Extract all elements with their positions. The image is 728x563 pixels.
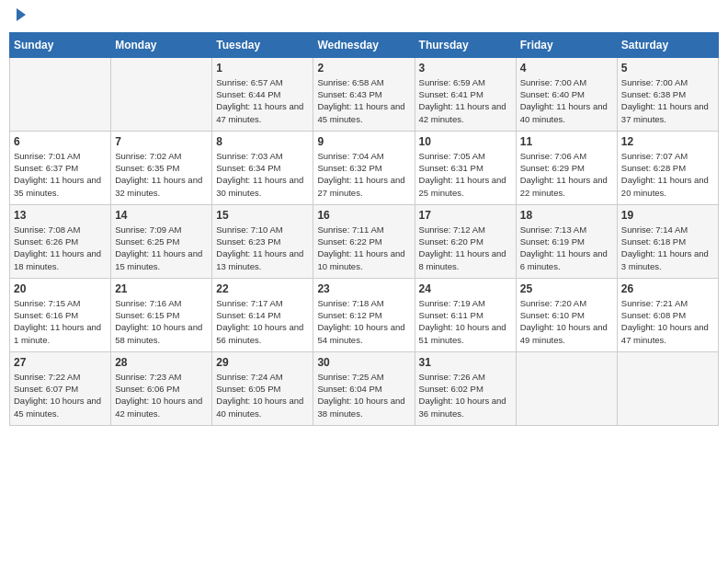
calendar-cell: 1Sunrise: 6:57 AMSunset: 6:44 PMDaylight… (212, 57, 313, 131)
day-number: 5 (621, 62, 714, 75)
day-number: 2 (317, 62, 410, 75)
calendar-week-row: 27Sunrise: 7:22 AMSunset: 6:07 PMDayligh… (10, 351, 719, 425)
day-info: Sunrise: 7:01 AMSunset: 6:37 PMDaylight:… (14, 150, 107, 199)
day-number: 3 (419, 62, 512, 75)
day-number: 18 (520, 209, 613, 222)
weekday-header: Monday (111, 32, 212, 57)
calendar-week-row: 6Sunrise: 7:01 AMSunset: 6:37 PMDaylight… (10, 131, 719, 204)
calendar-cell (516, 351, 617, 425)
calendar-cell: 6Sunrise: 7:01 AMSunset: 6:37 PMDaylight… (10, 131, 111, 204)
day-number: 31 (419, 356, 512, 369)
weekday-header: Friday (516, 32, 617, 57)
weekday-header: Thursday (415, 32, 516, 57)
calendar-cell: 14Sunrise: 7:09 AMSunset: 6:25 PMDayligh… (111, 204, 212, 278)
day-info: Sunrise: 7:26 AMSunset: 6:02 PMDaylight:… (419, 371, 512, 419)
day-info: Sunrise: 7:00 AMSunset: 6:40 PMDaylight:… (520, 76, 613, 125)
day-info: Sunrise: 6:59 AMSunset: 6:41 PMDaylight:… (419, 76, 512, 125)
day-info: Sunrise: 7:02 AMSunset: 6:35 PMDaylight:… (115, 150, 208, 199)
day-info: Sunrise: 7:24 AMSunset: 6:05 PMDaylight:… (216, 371, 309, 419)
day-number: 9 (317, 135, 410, 148)
calendar-cell: 11Sunrise: 7:06 AMSunset: 6:29 PMDayligh… (516, 131, 617, 204)
calendar-cell: 25Sunrise: 7:20 AMSunset: 6:10 PMDayligh… (516, 278, 617, 351)
day-info: Sunrise: 7:00 AMSunset: 6:38 PMDaylight:… (621, 76, 714, 125)
day-number: 20 (14, 282, 107, 295)
weekday-header-row: SundayMondayTuesdayWednesdayThursdayFrid… (10, 32, 719, 57)
calendar-week-row: 13Sunrise: 7:08 AMSunset: 6:26 PMDayligh… (10, 204, 719, 278)
calendar-cell: 10Sunrise: 7:05 AMSunset: 6:31 PMDayligh… (415, 131, 516, 204)
day-info: Sunrise: 7:03 AMSunset: 6:34 PMDaylight:… (216, 150, 309, 199)
calendar-cell: 29Sunrise: 7:24 AMSunset: 6:05 PMDayligh… (212, 351, 313, 425)
day-number: 21 (115, 282, 208, 295)
day-info: Sunrise: 7:21 AMSunset: 6:08 PMDaylight:… (621, 297, 714, 346)
logo-arrow-icon (17, 8, 26, 21)
weekday-header: Saturday (617, 32, 718, 57)
calendar-cell: 4Sunrise: 7:00 AMSunset: 6:40 PMDaylight… (516, 57, 617, 131)
calendar-cell: 21Sunrise: 7:16 AMSunset: 6:15 PMDayligh… (111, 278, 212, 351)
day-info: Sunrise: 7:12 AMSunset: 6:20 PMDaylight:… (419, 224, 512, 272)
day-number: 19 (621, 209, 714, 222)
day-number: 28 (115, 356, 208, 369)
weekday-header: Tuesday (212, 32, 313, 57)
day-info: Sunrise: 7:23 AMSunset: 6:06 PMDaylight:… (115, 371, 208, 419)
day-info: Sunrise: 7:20 AMSunset: 6:10 PMDaylight:… (520, 297, 613, 346)
calendar-cell: 18Sunrise: 7:13 AMSunset: 6:19 PMDayligh… (516, 204, 617, 278)
calendar-cell: 30Sunrise: 7:25 AMSunset: 6:04 PMDayligh… (313, 351, 415, 425)
day-number: 23 (317, 282, 410, 295)
day-info: Sunrise: 6:57 AMSunset: 6:44 PMDaylight:… (216, 76, 309, 125)
calendar-cell: 2Sunrise: 6:58 AMSunset: 6:43 PMDaylight… (313, 57, 415, 131)
day-number: 27 (14, 356, 107, 369)
day-number: 29 (216, 356, 309, 369)
calendar-cell: 17Sunrise: 7:12 AMSunset: 6:20 PMDayligh… (415, 204, 516, 278)
day-number: 11 (520, 135, 613, 148)
day-info: Sunrise: 7:14 AMSunset: 6:18 PMDaylight:… (621, 224, 714, 272)
day-info: Sunrise: 7:13 AMSunset: 6:19 PMDaylight:… (520, 224, 613, 272)
calendar-cell: 31Sunrise: 7:26 AMSunset: 6:02 PMDayligh… (415, 351, 516, 425)
day-number: 14 (115, 209, 208, 222)
calendar-cell: 8Sunrise: 7:03 AMSunset: 6:34 PMDaylight… (212, 131, 313, 204)
calendar-cell: 5Sunrise: 7:00 AMSunset: 6:38 PMDaylight… (617, 57, 718, 131)
day-number: 13 (14, 209, 107, 222)
day-info: Sunrise: 7:19 AMSunset: 6:11 PMDaylight:… (419, 297, 512, 346)
day-info: Sunrise: 7:04 AMSunset: 6:32 PMDaylight:… (317, 150, 410, 199)
day-info: Sunrise: 7:16 AMSunset: 6:15 PMDaylight:… (115, 297, 208, 346)
day-info: Sunrise: 7:07 AMSunset: 6:28 PMDaylight:… (621, 150, 714, 199)
day-info: Sunrise: 7:10 AMSunset: 6:23 PMDaylight:… (216, 224, 309, 272)
calendar-cell: 22Sunrise: 7:17 AMSunset: 6:14 PMDayligh… (212, 278, 313, 351)
day-info: Sunrise: 7:25 AMSunset: 6:04 PMDaylight:… (317, 371, 410, 419)
day-number: 4 (520, 62, 613, 75)
day-number: 22 (216, 282, 309, 295)
day-number: 24 (419, 282, 512, 295)
day-number: 8 (216, 135, 309, 148)
day-info: Sunrise: 7:11 AMSunset: 6:22 PMDaylight:… (317, 224, 410, 272)
weekday-header: Wednesday (313, 32, 415, 57)
day-number: 6 (14, 135, 107, 148)
day-info: Sunrise: 7:06 AMSunset: 6:29 PMDaylight:… (520, 150, 613, 199)
calendar-cell: 19Sunrise: 7:14 AMSunset: 6:18 PMDayligh… (617, 204, 718, 278)
calendar-cell: 9Sunrise: 7:04 AMSunset: 6:32 PMDaylight… (313, 131, 415, 204)
day-number: 16 (317, 209, 410, 222)
day-info: Sunrise: 7:05 AMSunset: 6:31 PMDaylight:… (419, 150, 512, 199)
page-header (9, 9, 719, 25)
calendar-cell (617, 351, 718, 425)
day-info: Sunrise: 7:09 AMSunset: 6:25 PMDaylight:… (115, 224, 208, 272)
calendar-cell (10, 57, 111, 131)
day-number: 15 (216, 209, 309, 222)
calendar-cell: 26Sunrise: 7:21 AMSunset: 6:08 PMDayligh… (617, 278, 718, 351)
calendar-cell: 20Sunrise: 7:15 AMSunset: 6:16 PMDayligh… (10, 278, 111, 351)
day-info: Sunrise: 7:08 AMSunset: 6:26 PMDaylight:… (14, 224, 107, 272)
calendar-cell: 27Sunrise: 7:22 AMSunset: 6:07 PMDayligh… (10, 351, 111, 425)
calendar-cell: 3Sunrise: 6:59 AMSunset: 6:41 PMDaylight… (415, 57, 516, 131)
day-info: Sunrise: 6:58 AMSunset: 6:43 PMDaylight:… (317, 76, 410, 125)
day-number: 30 (317, 356, 410, 369)
calendar-table: SundayMondayTuesdayWednesdayThursdayFrid… (9, 32, 719, 426)
day-number: 10 (419, 135, 512, 148)
calendar-cell: 28Sunrise: 7:23 AMSunset: 6:06 PMDayligh… (111, 351, 212, 425)
day-number: 25 (520, 282, 613, 295)
calendar-cell: 13Sunrise: 7:08 AMSunset: 6:26 PMDayligh… (10, 204, 111, 278)
logo (13, 9, 26, 25)
day-info: Sunrise: 7:17 AMSunset: 6:14 PMDaylight:… (216, 297, 309, 346)
day-info: Sunrise: 7:18 AMSunset: 6:12 PMDaylight:… (317, 297, 410, 346)
day-info: Sunrise: 7:15 AMSunset: 6:16 PMDaylight:… (14, 297, 107, 346)
calendar-week-row: 1Sunrise: 6:57 AMSunset: 6:44 PMDaylight… (10, 57, 719, 131)
calendar-cell: 7Sunrise: 7:02 AMSunset: 6:35 PMDaylight… (111, 131, 212, 204)
